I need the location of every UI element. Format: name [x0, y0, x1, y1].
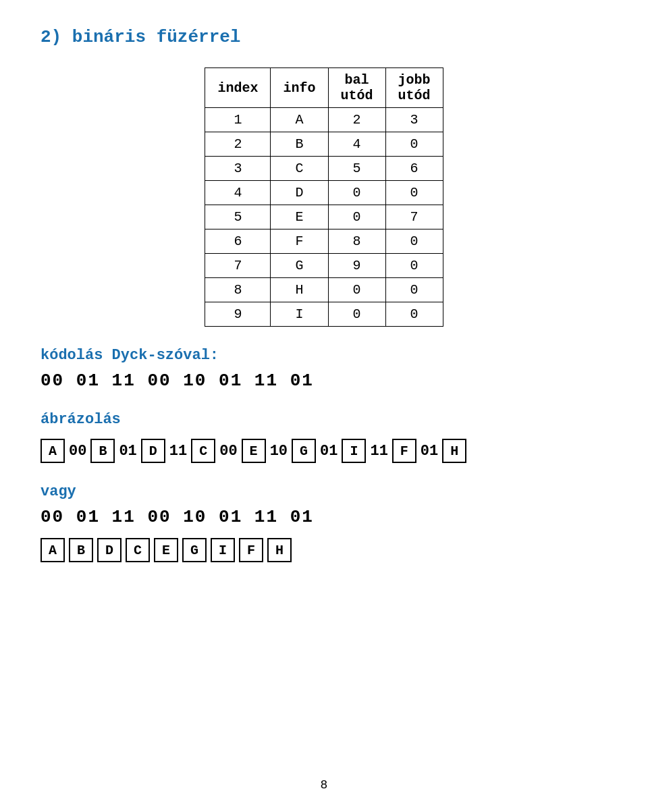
table-cell: 0	[385, 278, 443, 302]
table-cell: 9	[205, 302, 271, 327]
encoding-letter-box: I	[342, 439, 366, 463]
encoding-bits: 01	[320, 443, 338, 460]
letter-box: B	[69, 538, 93, 562]
table-row: 2B40	[205, 132, 443, 157]
data-table: index info balutód jobbutód 1A232B403C56…	[205, 67, 443, 327]
letter-box: D	[97, 538, 122, 562]
table-row: 3C56	[205, 157, 443, 181]
encoding-letter-box: H	[442, 439, 466, 463]
table-cell: 0	[328, 205, 385, 229]
table-row: 5E07	[205, 205, 443, 229]
table-cell: 5	[328, 157, 385, 181]
table-cell: 6	[385, 157, 443, 181]
table-row: 9I00	[205, 302, 443, 327]
encoding-letter-box: A	[40, 439, 65, 463]
table-wrapper: index info balutód jobbutód 1A232B403C56…	[40, 67, 608, 327]
table-row: 4D00	[205, 181, 443, 205]
kodolas-label: kódolás Dyck-szóval:	[40, 347, 608, 364]
col-header-jobb: jobbutód	[385, 68, 443, 108]
letter-box: I	[211, 538, 235, 562]
table-cell: 3	[385, 108, 443, 132]
table-cell: 0	[385, 254, 443, 278]
table-row: 8H00	[205, 278, 443, 302]
page-title: 2) bináris füzérrel	[40, 27, 608, 47]
encoding-bits: 01	[119, 443, 136, 460]
table-cell: 0	[385, 229, 443, 254]
table-cell: 0	[385, 181, 443, 205]
table-cell: 2	[205, 132, 271, 157]
table-cell: I	[271, 302, 328, 327]
table-cell: 9	[328, 254, 385, 278]
encoding-bits: 11	[370, 443, 387, 460]
table-cell: 7	[205, 254, 271, 278]
encoding-letter-box: B	[90, 439, 115, 463]
second-dyck-sequence: 00 01 11 00 10 01 11 01	[40, 507, 608, 527]
table-cell: 3	[205, 157, 271, 181]
encoding-letter-box: C	[191, 439, 215, 463]
letters-row: ABDCEGIFH	[40, 538, 608, 562]
col-header-index: index	[205, 68, 271, 108]
col-header-info: info	[271, 68, 328, 108]
table-cell: 0	[328, 302, 385, 327]
table-cell: E	[271, 205, 328, 229]
col-header-bal: balutód	[328, 68, 385, 108]
encoding-letter-box: D	[141, 439, 165, 463]
table-cell: 4	[205, 181, 271, 205]
letter-box: F	[239, 538, 263, 562]
table-cell: H	[271, 278, 328, 302]
table-cell: G	[271, 254, 328, 278]
encoding-row: A00B01D11C00E10G01I11F01H	[40, 439, 608, 463]
letter-box: G	[182, 538, 207, 562]
letter-box: H	[267, 538, 292, 562]
table-cell: 2	[328, 108, 385, 132]
letter-box: A	[40, 538, 65, 562]
table-cell: D	[271, 181, 328, 205]
abrazolas-label: ábrázolás	[40, 411, 608, 428]
table-cell: 0	[328, 181, 385, 205]
table-cell: 5	[205, 205, 271, 229]
table-cell: 8	[205, 278, 271, 302]
table-cell: B	[271, 132, 328, 157]
letter-box: C	[126, 538, 150, 562]
encoding-bits: 01	[421, 443, 438, 460]
encoding-bits: 10	[270, 443, 288, 460]
letter-box: E	[154, 538, 178, 562]
table-cell: 8	[328, 229, 385, 254]
table-cell: A	[271, 108, 328, 132]
table-cell: 1	[205, 108, 271, 132]
encoding-bits: 11	[169, 443, 187, 460]
encoding-letter-box: G	[292, 439, 316, 463]
table-cell: 4	[328, 132, 385, 157]
vagy-label: vagy	[40, 483, 608, 500]
table-cell: 0	[385, 302, 443, 327]
encoding-bits: 00	[219, 443, 237, 460]
table-row: 7G90	[205, 254, 443, 278]
table-cell: 0	[328, 278, 385, 302]
encoding-letter-box: F	[392, 439, 416, 463]
encoding-bits: 00	[69, 443, 86, 460]
encoding-letter-box: E	[242, 439, 266, 463]
table-cell: 0	[385, 132, 443, 157]
table-cell: 7	[385, 205, 443, 229]
table-row: 6F80	[205, 229, 443, 254]
table-cell: F	[271, 229, 328, 254]
dyck-sequence: 00 01 11 00 10 01 11 01	[40, 371, 608, 391]
page-number: 8	[321, 778, 328, 792]
table-row: 1A23	[205, 108, 443, 132]
table-cell: 6	[205, 229, 271, 254]
table-cell: C	[271, 157, 328, 181]
